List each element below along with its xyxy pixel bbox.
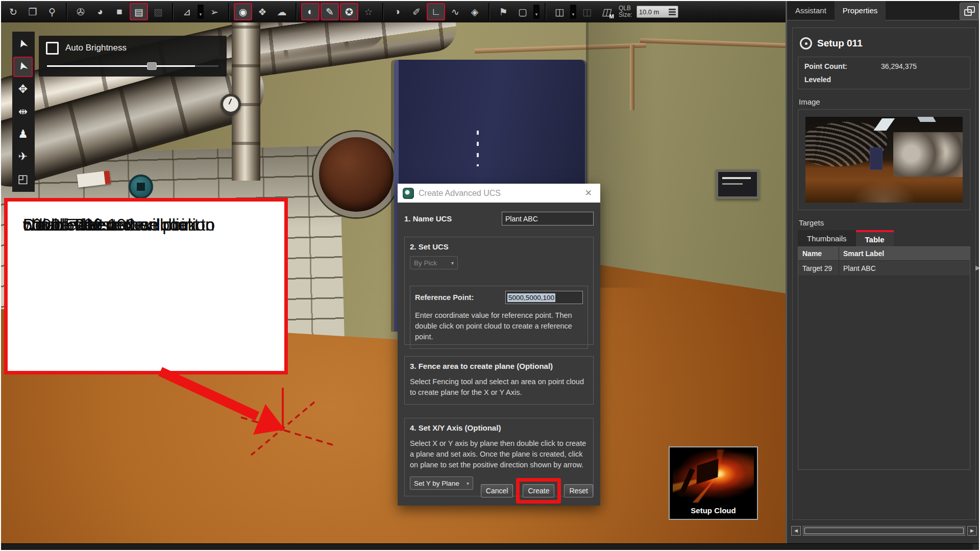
qlb-size-label: QLBSize: xyxy=(619,5,632,18)
view-cube-icon[interactable]: ◫ xyxy=(550,3,569,20)
view-cube-dropdown-caret-icon[interactable]: ▾ xyxy=(570,5,576,19)
look-tool-icon[interactable]: ♟ xyxy=(13,124,33,144)
panorama-view-icon[interactable]: ▤ xyxy=(130,3,148,20)
select-points-tool-icon[interactable]: ➤ xyxy=(13,57,33,77)
instruction-annotation-box: Double left mouse click to create a vert… xyxy=(4,198,288,374)
chevron-down-icon: ▾ xyxy=(451,260,454,266)
close-icon[interactable]: ✕ xyxy=(582,187,595,199)
setup-cloud-thumbnail[interactable]: Setup Cloud xyxy=(669,446,758,520)
tab-table[interactable]: Table xyxy=(856,230,894,246)
panel-collapse-icon[interactable]: ▶ xyxy=(975,264,980,271)
measure-dropdown-caret-icon[interactable]: ▾ xyxy=(198,5,204,19)
set-ucs-dropdown[interactable]: By Pick ▾ xyxy=(410,256,458,269)
pin-edit-icon[interactable]: ✐ xyxy=(407,3,426,20)
pan-tool-icon[interactable]: ⇹ xyxy=(13,102,33,122)
pin-icon[interactable]: ✪ xyxy=(340,3,358,20)
axis-icon[interactable]: ∟ xyxy=(427,3,445,20)
select-area-dropdown-caret-icon[interactable]: ▾ xyxy=(533,5,540,19)
target-edit-icon[interactable]: ◑ xyxy=(388,3,406,20)
tab-properties[interactable]: Properties xyxy=(835,1,886,20)
cascade-windows-icon[interactable]: ❐ xyxy=(23,3,42,20)
targets-table-header: Name Smart Label xyxy=(798,247,970,261)
point-count-label: Point Count: xyxy=(804,62,881,70)
tab-assistant[interactable]: Assistant xyxy=(787,1,835,20)
tab-thumbnails[interactable]: Thumbnails xyxy=(798,230,856,246)
image-view-icon[interactable]: ▨ xyxy=(149,3,167,20)
pin-filter-icon[interactable]: ✫ xyxy=(359,3,378,20)
undock-panel-icon[interactable] xyxy=(960,3,979,20)
cancel-button[interactable]: Cancel xyxy=(481,484,513,497)
toolbar-divider xyxy=(172,3,173,20)
scroll-left-icon[interactable]: ◀ xyxy=(791,526,801,536)
application-window: ↻ ❐ ⚲ ✇ ◕ ■ ▤ ▨ ⊿ ▾ ➢ ◉ ❖ ☁ ◐ ✎ ✪ ✫ ◑ ✐ … xyxy=(0,0,980,551)
toolbar-divider xyxy=(545,3,546,20)
select-tool-icon[interactable]: ➤ xyxy=(13,34,33,55)
box-target-icon[interactable]: ◈ xyxy=(465,3,484,20)
target-half-icon[interactable]: ◐ xyxy=(301,3,320,20)
flag-icon[interactable]: ⚑ xyxy=(494,3,512,20)
auto-brightness-checkbox[interactable] xyxy=(46,42,59,55)
main-toolbar: ↻ ❐ ⚲ ✇ ◕ ■ ▤ ▨ ⊿ ▾ ➢ ◉ ❖ ☁ ◐ ✎ ✪ ✫ ◑ ✐ … xyxy=(1,1,786,22)
select-area-icon[interactable]: ▢ xyxy=(513,3,532,20)
setup-stats-box: Point Count: 36,294,375 Leveled xyxy=(798,57,970,89)
toolbar-divider xyxy=(488,3,489,20)
wall-sign xyxy=(716,169,760,199)
measure-icon[interactable]: ⊿ xyxy=(178,3,196,20)
scrollbar-thumb[interactable] xyxy=(804,528,964,534)
chevron-down-icon: ▾ xyxy=(467,481,469,486)
reset-button[interactable]: Reset xyxy=(564,484,593,497)
pointcloud-viewport[interactable]: ➤ ➤ ✥ ⇹ ♟ ✈ ◰ Auto Brightness Double lef… xyxy=(1,22,786,543)
set-axis-help: Select X or Y axis by plane then double … xyxy=(410,438,588,470)
ucs-name-input[interactable] xyxy=(502,212,594,226)
create-button[interactable]: Create xyxy=(523,484,554,497)
pano-floor-glow xyxy=(852,180,915,203)
table-row[interactable]: Target 29 Plant ABC xyxy=(798,261,970,276)
scrollbar-track[interactable] xyxy=(803,526,965,536)
column-name[interactable]: Name xyxy=(798,247,839,260)
toolbar-divider xyxy=(228,3,229,20)
create-advanced-ucs-dialog: Create Advanced UCS ✕ 1. Name UCS 2. Set… xyxy=(398,184,600,506)
setup-cloud-label: Setup Cloud xyxy=(670,506,757,519)
camera-icon[interactable]: ✇ xyxy=(71,3,90,20)
step4-label: 4. Set X/Y Axis (Optional) xyxy=(410,423,588,432)
solid-view-icon[interactable]: ■ xyxy=(110,3,129,20)
dialog-title: Create Advanced UCS xyxy=(419,189,577,198)
qlb-size-input[interactable]: 10.0 m xyxy=(636,6,678,18)
reference-point-input[interactable]: 5000,5000,100 xyxy=(505,291,583,304)
auto-brightness-panel: Auto Brightness xyxy=(39,36,227,77)
point-count-value: 36,294,375 xyxy=(881,62,917,70)
probe-cursor-icon[interactable]: ➢ xyxy=(205,3,224,20)
properties-panel: Assistant Properties Setup 011 Point Cou… xyxy=(786,1,980,543)
brightness-slider-track[interactable] xyxy=(47,65,218,67)
target-icon[interactable]: ◉ xyxy=(234,3,252,20)
spinner-icon[interactable] xyxy=(669,9,676,15)
pressure-gauge xyxy=(220,94,241,114)
orbit-tool-icon[interactable]: ✥ xyxy=(13,79,33,99)
wand-icon[interactable]: ∿ xyxy=(446,3,464,20)
ucs-dialog-logo-icon xyxy=(403,188,414,199)
axis-dropdown[interactable]: Set Y by Plane ▾ xyxy=(410,477,473,490)
scroll-right-icon[interactable]: ▶ xyxy=(967,526,977,536)
scan-view-icon[interactable]: ↻ xyxy=(4,3,22,20)
dialog-titlebar[interactable]: Create Advanced UCS ✕ xyxy=(398,184,600,203)
brightness-slider-handle[interactable] xyxy=(147,62,157,70)
toolbar-divider xyxy=(66,3,67,20)
cloud-icon[interactable]: ☁ xyxy=(273,3,291,20)
dialog-buttons: Cancel Create Reset xyxy=(481,484,593,497)
pipe-end-cap xyxy=(313,132,399,217)
view-cube-m-icon[interactable]: ◫M xyxy=(597,3,616,20)
teal-instrument xyxy=(129,174,153,199)
point-colors-icon[interactable]: ◕ xyxy=(91,3,109,20)
link-edit-icon[interactable]: ✎ xyxy=(321,3,339,20)
panel-tabbar: Assistant Properties xyxy=(787,1,980,20)
panorama-thumbnail[interactable] xyxy=(805,117,963,203)
label-icon[interactable]: ❖ xyxy=(253,3,272,20)
cube-view-tool-icon[interactable]: ◰ xyxy=(13,169,33,189)
door-handle-dots xyxy=(477,131,479,166)
view-cube-eye-icon[interactable]: ◫ xyxy=(578,3,596,20)
m-badge: M xyxy=(609,13,614,19)
image-box xyxy=(798,109,970,210)
column-smart-label[interactable]: Smart Label xyxy=(839,249,970,258)
zoom-window-icon[interactable]: ⚲ xyxy=(43,3,61,20)
fly-tool-icon[interactable]: ✈ xyxy=(13,146,33,167)
